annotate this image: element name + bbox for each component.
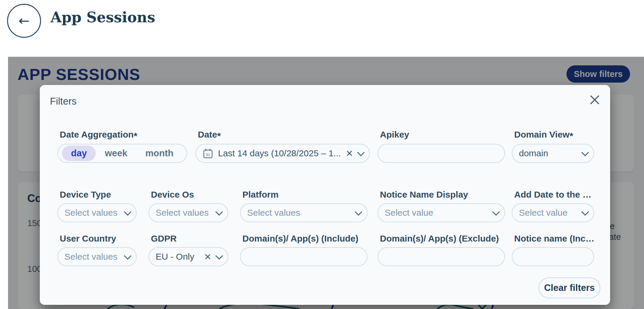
- gdpr-value: EU - Only: [156, 252, 200, 262]
- add-date-select[interactable]: Select value: [512, 203, 594, 222]
- segment-option-day[interactable]: day: [62, 146, 96, 161]
- close-x-icon: [589, 94, 601, 106]
- field-label-device-os: Device Os: [151, 190, 228, 200]
- domains-include-input[interactable]: [240, 247, 367, 266]
- field-label-apikey: Apikey: [380, 130, 505, 140]
- field-label-domains-exclude: Domain(s)/ App(s) (Exclude): [380, 234, 505, 244]
- chevron-down-icon: [357, 149, 364, 156]
- chevron-down-icon: [355, 208, 362, 215]
- chevron-down-icon: [124, 252, 131, 259]
- field-label-device-type: Device Type: [60, 190, 137, 200]
- domain-view-value: domain: [519, 148, 577, 158]
- domains-exclude-input[interactable]: [378, 247, 505, 266]
- notice-name-include-input[interactable]: [512, 247, 594, 266]
- segment-option-week[interactable]: week: [96, 146, 136, 161]
- svg-text:31: 31: [206, 152, 210, 157]
- segment-option-month[interactable]: month: [136, 146, 182, 161]
- device-type-select[interactable]: Select values: [57, 203, 137, 222]
- field-label-date-aggregation: Date Aggregation*: [60, 130, 187, 141]
- field-label-domains-include: Domain(s)/ App(s) (Include): [242, 234, 367, 244]
- modal-title: Filters: [50, 96, 77, 107]
- field-label-notice-name-include: Notice name (Inclu...: [514, 234, 597, 244]
- gdpr-select[interactable]: EU - Only ✕: [149, 247, 228, 266]
- field-label-domain-view: Domain View*: [514, 130, 597, 141]
- date-range-picker[interactable]: 31 Last 14 days (10/28/2025 – 1... ✕: [195, 144, 370, 163]
- chevron-down-icon: [215, 208, 223, 215]
- platform-select[interactable]: Select values: [240, 203, 367, 222]
- clear-gdpr-icon[interactable]: ✕: [204, 252, 211, 262]
- field-label-date: Date*: [198, 130, 323, 141]
- chevron-down-icon: [492, 208, 500, 215]
- close-button[interactable]: [586, 92, 603, 108]
- field-label-notice-name-display: Notice Name Display: [380, 190, 505, 200]
- field-label-gdpr: GDPR: [151, 234, 228, 244]
- field-label-add-date-to-map: Add Date to the ma...: [514, 190, 597, 200]
- date-range-value: Last 14 days (10/28/2025 – 1...: [218, 148, 342, 158]
- user-country-select[interactable]: Select values: [57, 247, 137, 266]
- chevron-down-icon: [581, 149, 589, 156]
- filters-modal: Filters Date Aggregation* day week month…: [40, 85, 610, 305]
- domain-view-select[interactable]: domain: [512, 144, 594, 163]
- notice-name-display-select[interactable]: Select value: [378, 203, 505, 222]
- field-label-user-country: User Country: [60, 234, 137, 244]
- chevron-down-icon: [215, 252, 223, 259]
- apikey-input[interactable]: [378, 144, 505, 163]
- date-aggregation-segmented: day week month: [57, 144, 187, 163]
- chevron-down-icon: [124, 208, 131, 215]
- clear-filters-button[interactable]: Clear filters: [539, 278, 600, 298]
- device-os-select[interactable]: Select values: [149, 203, 228, 222]
- back-button[interactable]: ←: [7, 4, 41, 38]
- field-label-platform: Platform: [242, 190, 367, 200]
- calendar-icon: 31: [203, 148, 213, 159]
- page-title: App Sessions: [50, 9, 155, 26]
- clear-date-icon[interactable]: ✕: [346, 148, 353, 159]
- arrow-left-icon: ←: [19, 14, 30, 27]
- chevron-down-icon: [581, 208, 589, 215]
- app-header: ← App Sessions: [0, 0, 644, 57]
